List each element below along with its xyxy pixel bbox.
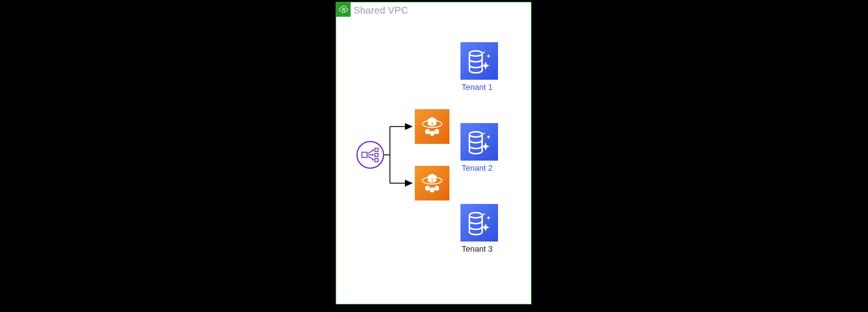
tenant-label: Tenant 2 — [462, 163, 493, 173]
compute-service-icon — [415, 109, 450, 144]
tenant-label: Tenant 3 — [462, 244, 493, 254]
compute-service-icon — [415, 166, 450, 200]
svg-rect-3 — [375, 153, 378, 157]
vpc-container: Shared VPC — [336, 2, 532, 305]
svg-rect-4 — [375, 159, 378, 162]
router-icon — [356, 141, 384, 169]
database-icon — [460, 42, 498, 80]
vpc-badge — [336, 2, 351, 17]
vpc-title: Shared VPC — [353, 5, 408, 16]
svg-point-11 — [469, 51, 482, 56]
diagram-stage: Shared VPC — [0, 0, 868, 312]
tenant-label: Tenant 1 — [462, 83, 493, 92]
database-icon — [460, 123, 498, 161]
svg-point-12 — [469, 132, 482, 137]
svg-point-13 — [469, 213, 482, 218]
connector-arrows — [384, 115, 416, 196]
cloud-lock-icon — [338, 5, 349, 13]
svg-rect-2 — [375, 148, 378, 151]
svg-rect-0 — [342, 10, 345, 12]
database-icon — [460, 204, 498, 242]
svg-rect-1 — [362, 152, 367, 157]
